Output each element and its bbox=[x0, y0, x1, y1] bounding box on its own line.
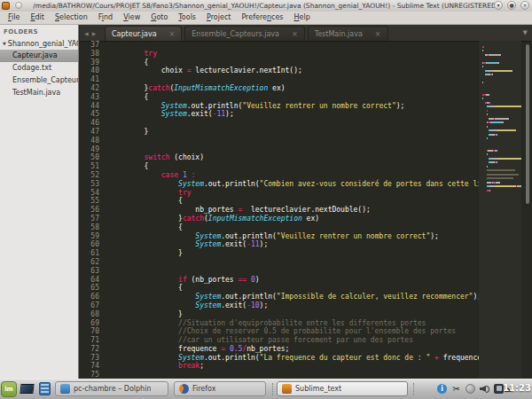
sublime-icon bbox=[282, 384, 292, 394]
tab-scroll-right-icon[interactable]: ▶ bbox=[92, 30, 100, 36]
close-button[interactable]: × bbox=[520, 1, 529, 10]
mint-menu-button[interactable]: lm bbox=[1, 381, 17, 397]
menu-file[interactable]: File bbox=[3, 12, 25, 24]
line-number: 47 bbox=[80, 128, 106, 137]
minimize-button[interactable]: ▾ bbox=[494, 1, 503, 10]
menu-preferences[interactable]: Preferences bbox=[236, 12, 288, 24]
panel-separator[interactable] bbox=[413, 383, 418, 395]
taskbar-button-dolphin[interactable]: pc-chambre – Dolphin bbox=[55, 381, 168, 396]
clipboard-icon[interactable]: ✂ bbox=[451, 384, 461, 394]
task-label: Sublime_text bbox=[295, 385, 341, 393]
menu-goto[interactable]: Goto bbox=[145, 12, 173, 24]
tab-Ensemble_Capteurs.java[interactable]: Ensemble_Capteurs.java× bbox=[184, 26, 304, 41]
line-number: 67 bbox=[80, 301, 106, 310]
code-line: System.out.println("Impossible de calcul… bbox=[110, 293, 532, 301]
tab-scroll-left-icon[interactable]: ◀ bbox=[84, 30, 92, 36]
code-line bbox=[110, 137, 532, 145]
network-icon[interactable] bbox=[466, 384, 475, 394]
minimap-line bbox=[479, 192, 521, 197]
line-number: 53 bbox=[80, 180, 106, 189]
tab-close-icon[interactable]: × bbox=[292, 30, 298, 38]
code-line: { bbox=[110, 59, 532, 67]
menu-tools[interactable]: Tools bbox=[173, 12, 201, 24]
tab-TestMain.java[interactable]: TestMain.java× bbox=[308, 26, 388, 41]
line-number: 39 bbox=[80, 59, 106, 67]
editor-pane: ◀▶ Capteur.java×Ensemble_Capteurs.java×T… bbox=[80, 25, 532, 379]
code-line bbox=[110, 75, 532, 84]
tab-scroll-arrows[interactable]: ◀▶ bbox=[84, 30, 99, 36]
sidebar-folder[interactable]: ▼Shannon_genial_YAOUH! bbox=[0, 38, 78, 50]
menu-project[interactable]: Project bbox=[201, 12, 236, 24]
code-line: System.exit(-10); bbox=[110, 301, 532, 310]
menu-view[interactable]: View bbox=[118, 12, 145, 24]
line-number: 48 bbox=[80, 137, 106, 145]
line-number: 56 bbox=[80, 206, 106, 215]
code-line: case 1 : bbox=[110, 171, 532, 180]
code-area[interactable]: 3738394041424344454647484950515253545556… bbox=[80, 41, 532, 379]
tab-close-icon[interactable]: × bbox=[169, 30, 176, 38]
taskbar-button-sublime[interactable]: Sublime_text bbox=[277, 381, 408, 396]
sidebar: FOLDERS ▼Shannon_genial_YAOUH! Capteur.j… bbox=[0, 25, 79, 379]
tab-overflow-dropdown-icon[interactable]: ▼ bbox=[523, 29, 528, 36]
clock[interactable]: 11:23 bbox=[503, 383, 531, 393]
tab-close-icon[interactable]: × bbox=[375, 30, 381, 38]
dolphin-icon bbox=[60, 384, 70, 394]
task-label: Firefox bbox=[192, 385, 215, 393]
code-line: System.out.println("Veuillez rentrer un … bbox=[110, 232, 532, 241]
menu-selection[interactable]: Selection bbox=[50, 12, 93, 24]
code-line: System.out.println("Veuillez rentrer un … bbox=[110, 102, 532, 111]
code-line: { bbox=[110, 223, 532, 232]
desktop: /media/BATHROW/Cours/PROJET S8/Fano3/Sha… bbox=[0, 0, 532, 399]
code-line: { bbox=[110, 197, 532, 206]
scrollbar-thumb[interactable] bbox=[526, 44, 529, 204]
menu-help[interactable]: Help bbox=[289, 12, 316, 24]
code-line: System.out.println("La frequence du capt… bbox=[110, 354, 532, 363]
code-line: System.exit(-11); bbox=[110, 240, 532, 249]
line-number: 74 bbox=[80, 362, 106, 371]
code-line bbox=[110, 145, 532, 154]
tab-Capteur.java[interactable]: Capteur.java× bbox=[105, 26, 182, 41]
code-line: } bbox=[110, 128, 532, 137]
line-number: 59 bbox=[80, 232, 106, 241]
window-list-icon[interactable] bbox=[39, 382, 51, 395]
minimap-line bbox=[479, 105, 521, 109]
window-titlebar[interactable]: /media/BATHROW/Cours/PROJET S8/Fano3/Sha… bbox=[0, 0, 532, 12]
panel-separator[interactable] bbox=[272, 383, 277, 395]
code-line: if (nb_portes == 0) bbox=[110, 276, 532, 285]
code-lines: try { choix = lectureclavier.nextInt(); … bbox=[110, 41, 532, 379]
line-number: 49 bbox=[80, 145, 106, 154]
line-number: 57 bbox=[80, 215, 106, 223]
line-number: 69 bbox=[80, 319, 106, 328]
line-number: 70 bbox=[80, 327, 106, 336]
tab-label: Ensemble_Capteurs.java bbox=[192, 30, 279, 38]
taskbar: lm pc-chambre – DolphinFirefoxSublime_te… bbox=[0, 379, 532, 399]
line-number: 38 bbox=[80, 50, 106, 59]
sidebar-item-Capteur.java[interactable]: Capteur.java bbox=[0, 50, 78, 62]
sidebar-item-Codage.txt[interactable]: Codage.txt bbox=[0, 62, 78, 74]
menu-find[interactable]: Find bbox=[93, 12, 118, 24]
volume-icon[interactable] bbox=[480, 384, 489, 394]
notifier-icon[interactable]: i bbox=[437, 384, 447, 394]
minimap-line bbox=[479, 129, 521, 133]
task-label: pc-chambre – Dolphin bbox=[74, 385, 151, 393]
taskbar-button-firefox[interactable]: Firefox bbox=[174, 381, 266, 396]
line-number: 63 bbox=[80, 267, 106, 276]
line-number: 40 bbox=[80, 66, 106, 75]
minimap[interactable] bbox=[479, 41, 521, 379]
line-number: 65 bbox=[80, 284, 106, 293]
firefox-icon bbox=[179, 384, 189, 394]
menu-edit[interactable]: Edit bbox=[25, 12, 50, 24]
line-number: 44 bbox=[80, 102, 106, 111]
code-line bbox=[110, 258, 532, 267]
line-number: 72 bbox=[80, 345, 106, 354]
code-line: try bbox=[110, 50, 532, 59]
tab-bar: ◀▶ Capteur.java×Ensemble_Capteurs.java×T… bbox=[80, 25, 532, 42]
line-number: 60 bbox=[80, 240, 106, 249]
line-number: 42 bbox=[80, 84, 106, 93]
tab-label: Capteur.java bbox=[112, 30, 157, 38]
maximize-button[interactable]: ● bbox=[507, 1, 516, 10]
sidebar-item-TestMain.java[interactable]: TestMain.java bbox=[0, 87, 78, 99]
sidebar-item-Ensemble_Capteurs.java[interactable]: Ensemble_Capteurs.java bbox=[0, 74, 78, 87]
code-line bbox=[110, 41, 532, 50]
show-desktop-icon[interactable] bbox=[20, 384, 34, 394]
